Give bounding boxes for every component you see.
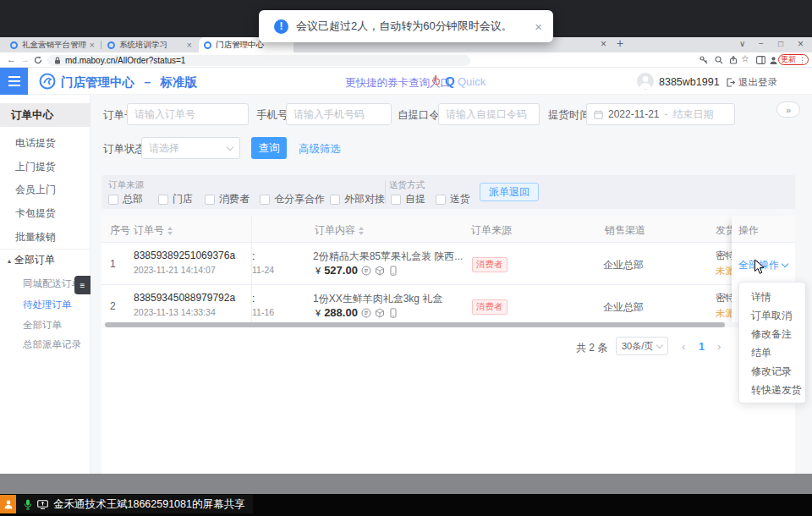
chevron-down-icon	[656, 341, 663, 348]
checkbox-source-external[interactable]: 外部对接	[330, 192, 385, 206]
next-page-icon[interactable]: ›	[717, 340, 721, 353]
back-icon[interactable]: ←	[7, 54, 16, 64]
avatar[interactable]	[637, 73, 654, 90]
profile-icon[interactable]	[769, 56, 778, 65]
zoom-icon[interactable]	[715, 56, 723, 64]
phone-input[interactable]	[286, 103, 392, 125]
date-range-input[interactable]: 2022-11-21 - 结束日期	[586, 103, 735, 125]
dispatch-return-button[interactable]: 派单退回	[480, 183, 539, 201]
checkbox-icon[interactable]	[108, 195, 118, 205]
tab-search-chevron-icon[interactable]: ∨	[739, 39, 745, 48]
browser-tab-2[interactable]: 系统培训学习 ×	[102, 37, 197, 52]
browser-tab-1[interactable]: 礼盒营销平台管理中心 ×	[5, 37, 100, 52]
checkbox-source-hq[interactable]: 总部	[108, 192, 143, 206]
menu-item-edit-history[interactable]: 修改记录	[739, 362, 805, 381]
window-maximize-icon[interactable]: □	[778, 39, 783, 48]
phone-icon[interactable]	[388, 266, 398, 276]
checkbox-icon[interactable]	[205, 195, 215, 205]
checkbox-delivery[interactable]: 送货	[436, 192, 470, 206]
order-status-label: 订单状态	[103, 142, 145, 156]
tab-close-icon[interactable]: ×	[601, 38, 606, 50]
checkbox-icon[interactable]	[260, 195, 270, 205]
box-icon[interactable]	[375, 308, 385, 318]
page-size-select[interactable]: 30条/页	[616, 337, 668, 355]
sidebar-item-phone-pickup[interactable]: 电话提货	[15, 136, 56, 151]
mouse-cursor	[754, 259, 765, 275]
sidebar-group-all-orders[interactable]: ▴全部订单	[8, 253, 55, 267]
forward-icon[interactable]: →	[20, 54, 30, 64]
tab-favicon	[107, 41, 115, 49]
checkbox-source-consumer[interactable]: 消费者	[205, 192, 250, 206]
menu-item-cancel-order[interactable]: 订单取消	[739, 306, 805, 325]
tab-close-icon[interactable]: ×	[90, 40, 95, 50]
reload-icon[interactable]	[34, 56, 42, 64]
sidebar-item-batch-verify[interactable]: 批量核销	[15, 230, 56, 244]
tab-title: 礼盒营销平台管理中心	[22, 40, 86, 51]
menu-item-details[interactable]: 详情	[739, 288, 805, 306]
ticket-icon[interactable]	[361, 266, 371, 276]
sidebar-toggle-button[interactable]	[0, 68, 28, 95]
menu-item-to-express[interactable]: 转快递发货	[739, 381, 805, 399]
key-icon[interactable]	[700, 56, 708, 64]
checkbox-self-pickup[interactable]: 自提	[391, 192, 425, 206]
sidebar-item-hq-dispatch-records[interactable]: 总部派单记录	[23, 338, 81, 351]
checkbox-icon[interactable]	[391, 195, 401, 205]
checkbox-icon[interactable]	[158, 195, 168, 205]
checkbox-icon[interactable]	[330, 195, 340, 205]
new-tab-icon[interactable]: +	[617, 36, 623, 50]
sidebar-item-door-pickup[interactable]: 上门提货	[15, 160, 56, 174]
logout-button[interactable]: 退出登录	[726, 76, 777, 89]
tab-favicon	[204, 41, 211, 49]
checkbox-source-store[interactable]: 门店	[158, 192, 193, 206]
order-status-select[interactable]: 请选择	[141, 137, 240, 159]
source-tag-badge: 消费者	[472, 257, 508, 272]
sidebar-item-city-delivery-orders[interactable]: 同城配送订单	[23, 277, 81, 290]
col-ship-clipped: 发货	[716, 223, 732, 238]
checkbox-icon[interactable]	[436, 195, 446, 205]
sidebar-item-member-visit[interactable]: 会员上门	[15, 183, 56, 197]
advanced-filter-link[interactable]: 高级筛选	[299, 142, 341, 156]
share-icon[interactable]	[729, 56, 738, 64]
col-content[interactable]: 订单内容	[315, 223, 364, 238]
side-panel-icon[interactable]	[756, 56, 765, 64]
pagination-total: 共 2 条	[576, 341, 607, 355]
pickup-code-input[interactable]	[438, 103, 540, 125]
menu-item-edit-remark[interactable]: 修改备注	[739, 325, 805, 343]
quick-search-icon[interactable]: Q	[445, 74, 455, 88]
sidebar-item-card-pickup[interactable]: 卡包提货	[15, 206, 56, 221]
order-no-input[interactable]	[127, 103, 249, 125]
checkbox-source-warehouse-share[interactable]: 仓分享合作	[260, 192, 325, 206]
quick-label[interactable]: Quick	[458, 75, 486, 88]
window-minimize-icon[interactable]: −	[759, 39, 764, 48]
order-created-time: 2023-11-13 14:33:34	[134, 307, 216, 317]
current-page[interactable]: 1	[699, 341, 705, 353]
prev-page-icon[interactable]: ‹	[682, 340, 685, 353]
orders-table: 序号 订单号 订单内容 订单来源 销售渠道 发货 1 8385938925106…	[102, 216, 795, 474]
toast-close-icon[interactable]: ×	[535, 19, 542, 34]
sidebar-item-all-orders[interactable]: 全部订单	[23, 319, 62, 332]
table-row[interactable]: 2 83859345088979792a 2023-11-13 14:33:34…	[102, 285, 795, 327]
table-row[interactable]: 1 83859389251069376a 2023-11-21 14:14:07…	[102, 243, 795, 285]
sidebar-collapse-handle[interactable]: ≡	[74, 276, 91, 294]
window-close-icon[interactable]: ×	[798, 38, 804, 50]
menu-item-settle[interactable]: 结单	[739, 343, 805, 362]
address-bar[interactable]: md.maboy.cn/AllOrder?status=1	[47, 55, 470, 66]
ticket-icon[interactable]	[361, 308, 371, 318]
browser-update-button[interactable]: 更新 ⋮	[778, 54, 809, 65]
sidebar-item-pending-orders-active[interactable]: 待处理订单	[23, 299, 72, 311]
scrollbar-thumb[interactable]	[105, 322, 725, 327]
order-created-time: 2023-11-21 14:14:07	[134, 265, 216, 275]
phone-icon[interactable]	[388, 308, 398, 318]
horizontal-scrollbar[interactable]	[103, 322, 793, 327]
search-button[interactable]: 查询	[251, 137, 287, 159]
box-icon[interactable]	[375, 266, 385, 276]
collapse-filters-button[interactable]: »	[776, 102, 800, 118]
col-order-no[interactable]: 订单号	[134, 223, 173, 238]
bookmark-star-icon[interactable]: ☆	[741, 53, 749, 64]
table-header-row: 序号 订单号 订单内容 订单来源 销售渠道 发货	[102, 216, 795, 243]
sort-icon[interactable]	[167, 227, 173, 235]
tab-close-icon[interactable]: ×	[187, 40, 192, 50]
source-tag-badge: 消费者	[472, 299, 508, 315]
kebab-menu-icon[interactable]: ⋮	[798, 56, 806, 64]
sort-icon[interactable]	[359, 227, 364, 235]
